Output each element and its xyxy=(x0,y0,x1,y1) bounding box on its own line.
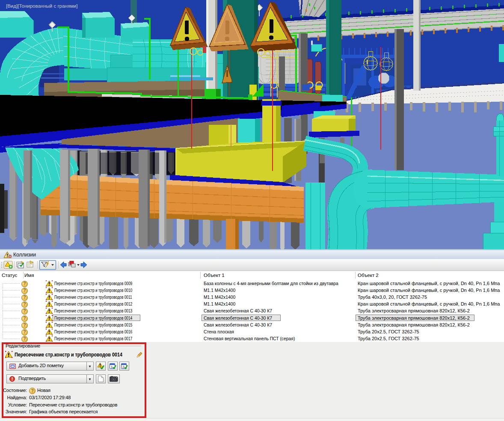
svg-text:2: 2 xyxy=(122,365,125,369)
svg-text:1: 1 xyxy=(111,365,113,369)
